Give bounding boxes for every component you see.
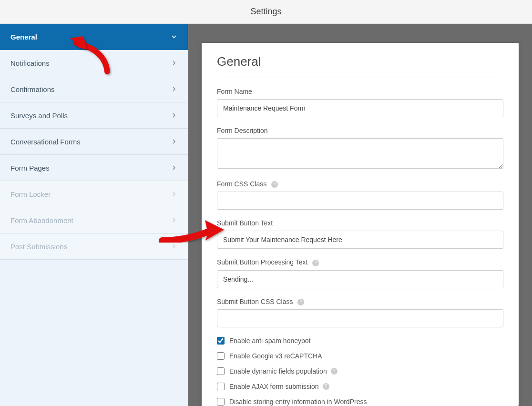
submit-text-input[interactable] <box>217 231 503 249</box>
chevron-right-icon <box>171 112 177 119</box>
submit-css-input[interactable] <box>217 309 503 327</box>
general-panel: General Form Name Form Description Form … <box>202 43 519 406</box>
sidebar-item-surveys[interactable]: Surveys and Polls <box>0 102 188 129</box>
chevron-right-icon <box>171 243 177 250</box>
sidebar-item-label: Notifications <box>10 59 50 67</box>
panel-title: General <box>217 54 503 78</box>
page-title: Settings <box>250 7 281 17</box>
submit-proc-label: Submit Button Processing Text ? <box>217 258 503 266</box>
sidebar-item-label: General <box>10 33 37 41</box>
chevron-right-icon <box>171 217 177 223</box>
checkbox-honeypot[interactable] <box>217 337 225 345</box>
sidebar-item-notifications[interactable]: Notifications <box>0 50 188 76</box>
sidebar-item-form-pages[interactable]: Form Pages <box>0 155 188 181</box>
checkbox-disable-storing[interactable] <box>217 398 225 406</box>
help-icon[interactable]: ? <box>331 368 338 375</box>
form-name-input[interactable] <box>217 99 503 117</box>
checkbox-label: Disable storing entry information in Wor… <box>229 398 367 406</box>
chevron-right-icon <box>171 138 177 145</box>
form-name-label: Form Name <box>217 88 503 95</box>
submit-proc-input[interactable] <box>217 270 503 288</box>
sidebar-item-confirmations[interactable]: Confirmations <box>0 76 188 102</box>
settings-sidebar: General Notifications Confirmations Surv… <box>0 24 188 406</box>
checkbox-dynamic[interactable] <box>217 367 225 375</box>
sidebar-item-general[interactable]: General <box>0 24 188 50</box>
checkbox-label: Enable AJAX form submission <box>229 383 319 390</box>
sidebar-item-label: Confirmations <box>10 85 55 93</box>
checkbox-label: Enable anti-spam honeypot <box>229 337 310 345</box>
main-content: General Form Name Form Description Form … <box>188 24 532 406</box>
chevron-right-icon <box>171 60 177 66</box>
help-icon[interactable]: ? <box>312 260 319 266</box>
sidebar-item-form-abandonment[interactable]: Form Abandonment <box>0 207 188 233</box>
submit-text-label: Submit Button Text <box>217 219 503 227</box>
checkbox-honeypot-row[interactable]: Enable anti-spam honeypot <box>217 337 503 345</box>
checkbox-label: Enable Google v3 reCAPTCHA <box>229 352 322 360</box>
help-icon[interactable]: ? <box>271 181 278 188</box>
form-desc-label: Form Description <box>217 127 503 134</box>
page-header: Settings <box>0 0 532 24</box>
sidebar-item-conversational[interactable]: Conversational Forms <box>0 129 188 155</box>
sidebar-item-label: Form Pages <box>10 164 50 172</box>
chevron-right-icon <box>171 191 177 197</box>
sidebar-item-label: Surveys and Polls <box>10 112 68 120</box>
form-css-label: Form CSS Class ? <box>217 180 503 188</box>
sidebar-item-label: Conversational Forms <box>10 138 81 146</box>
chevron-right-icon <box>171 164 177 171</box>
checkbox-dynamic-row[interactable]: Enable dynamic fields population ? <box>217 367 503 375</box>
checkbox-recaptcha[interactable] <box>217 352 225 360</box>
sidebar-item-label: Form Abandonment <box>10 216 73 224</box>
checkbox-disable-storing-row[interactable]: Disable storing entry information in Wor… <box>217 398 503 406</box>
submit-css-label: Submit Button CSS Class ? <box>217 298 503 305</box>
chevron-right-icon <box>171 86 177 92</box>
form-css-input[interactable] <box>217 192 503 210</box>
checkbox-ajax-row[interactable]: Enable AJAX form submission ? <box>217 383 503 390</box>
sidebar-item-form-locker[interactable]: Form Locker <box>0 181 188 207</box>
sidebar-item-post-submissions[interactable]: Post Submissions <box>0 233 188 260</box>
help-icon[interactable]: ? <box>323 383 329 390</box>
chevron-down-icon <box>171 33 177 40</box>
form-desc-input[interactable] <box>217 138 503 169</box>
help-icon[interactable]: ? <box>297 299 304 305</box>
checkbox-ajax[interactable] <box>217 383 225 390</box>
checkbox-label: Enable dynamic fields population <box>229 367 327 375</box>
checkbox-recaptcha-row[interactable]: Enable Google v3 reCAPTCHA <box>217 352 503 360</box>
sidebar-item-label: Post Submissions <box>10 243 67 251</box>
sidebar-item-label: Form Locker <box>10 190 51 198</box>
